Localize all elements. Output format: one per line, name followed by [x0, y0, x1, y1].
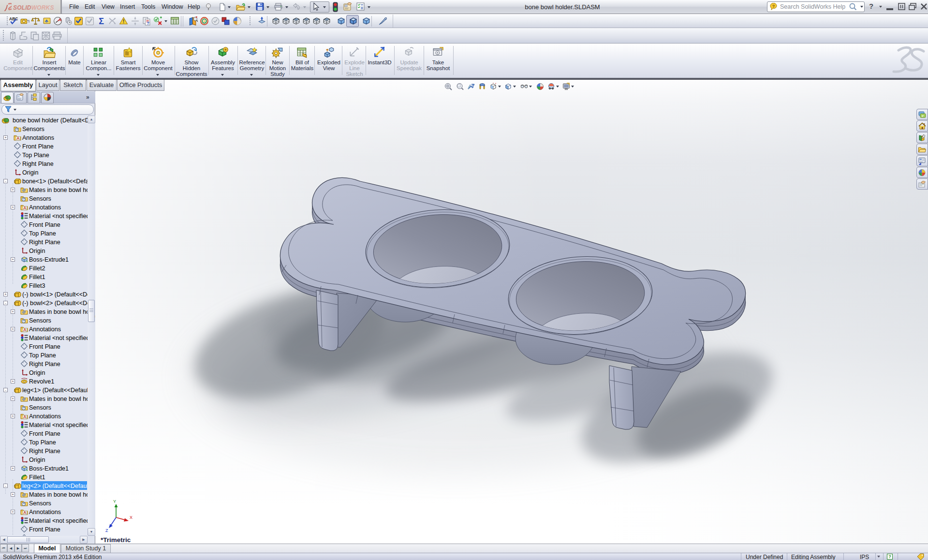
svg-text:Σ: Σ [99, 16, 104, 26]
svg-text:?: ? [147, 21, 149, 26]
svg-text:Z: Z [105, 528, 108, 533]
svg-text:A: A [23, 510, 26, 515]
svg-text:Y: Y [113, 499, 116, 504]
svg-text:A: A [23, 414, 26, 419]
svg-text:!: ! [123, 18, 125, 24]
svg-text:A: A [23, 327, 26, 332]
svg-text:?: ? [772, 4, 775, 9]
svg-text:A: A [23, 206, 26, 210]
svg-text:ABC: ABC [9, 16, 18, 21]
svg-text:A: A [16, 136, 19, 141]
svg-text:X: X [130, 515, 133, 520]
